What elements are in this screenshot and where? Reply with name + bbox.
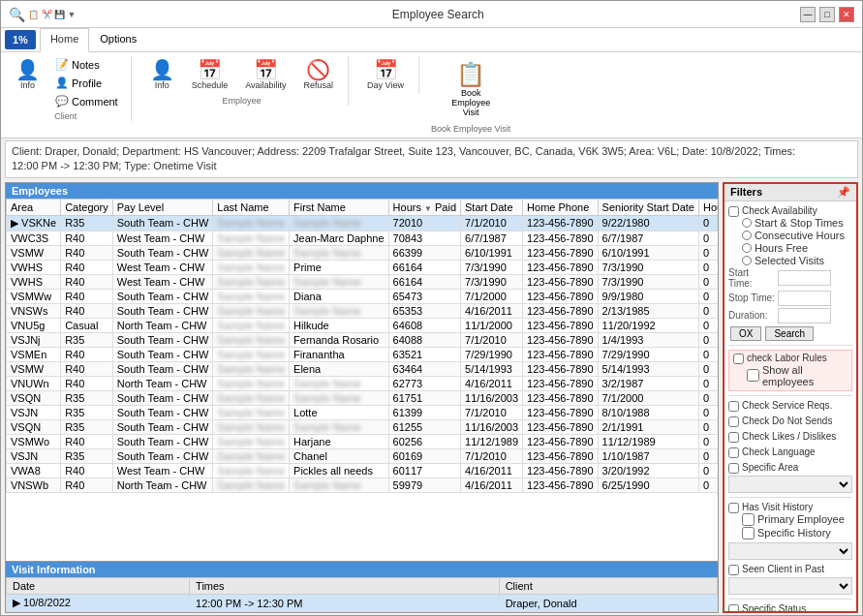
table-cell: 1/4/1993 — [598, 332, 698, 347]
col-last-name[interactable]: Last Name — [213, 199, 290, 215]
check-service-checkbox[interactable] — [728, 401, 739, 412]
specific-status-checkbox[interactable] — [728, 604, 739, 611]
minimize-button[interactable]: — — [800, 7, 816, 22]
table-row[interactable]: VSJNR35South Team - CHWSample NameChanel… — [7, 448, 719, 463]
book-employee-visit-button[interactable]: 📋 BookEmployeeVisit — [443, 56, 499, 122]
refusal-button[interactable]: 🚫 Refusal — [297, 56, 341, 94]
table-row[interactable]: VWHSR40West Team - CHWSample NameSample … — [7, 274, 719, 289]
table-row[interactable]: VWHSR40West Team - CHWSample NamePrime66… — [7, 260, 719, 274]
check-availability-checkbox[interactable] — [728, 206, 739, 217]
radio-selected-visits[interactable]: Selected Visits — [742, 255, 852, 266]
table-row[interactable]: VSMWR40South Team - CHWSample NameElena6… — [7, 361, 719, 376]
specific-area-dropdown[interactable] — [728, 476, 852, 493]
table-row[interactable]: VNUWnR40North Team - CHWSample NameSampl… — [7, 376, 719, 390]
tab-home[interactable]: Home — [40, 28, 89, 52]
table-cell: Diana — [290, 289, 389, 303]
col-start-date[interactable]: Start Date — [461, 199, 523, 215]
radio-hours-free[interactable]: Hours Free — [742, 242, 852, 254]
visit-history-dropdown[interactable] — [728, 542, 852, 560]
table-row[interactable]: VSJNjR35South Team - CHWSample NameFerna… — [7, 332, 719, 347]
table-row[interactable]: VNSWsR40South Team - CHWSample NameSampl… — [7, 303, 719, 318]
table-row[interactable]: VWA8R40West Team - CHWSample NamePickles… — [7, 463, 719, 477]
col-hours-worked[interactable]: Hours Worked — [698, 199, 718, 215]
search-button[interactable]: Search — [765, 326, 814, 341]
radio-start-stop-input[interactable] — [742, 218, 752, 228]
notes-button[interactable]: 📝 Notes — [50, 56, 123, 73]
visit-row[interactable]: ▶ 10/8/202212:00 PM -> 12:30 PMDraper, D… — [7, 595, 718, 612]
show-all-employees-text: Show all employees — [762, 364, 848, 387]
table-cell: Sample Name — [213, 245, 290, 260]
stop-time-label: Stop Time: — [728, 293, 775, 303]
employee-info-button[interactable]: 👤 Info — [143, 56, 181, 94]
table-row[interactable]: VNU5gCasualNorth Team - CHWSample NameHi… — [7, 318, 719, 332]
table-cell: 0 — [698, 231, 718, 245]
table-cell: Pickles all needs — [290, 463, 389, 477]
table-row[interactable]: VWC3SR40West Team - CHWSample NameJean-M… — [7, 231, 719, 245]
employee-schedule-button[interactable]: 📅 Schedule — [185, 56, 235, 94]
client-info-button[interactable]: 👤 Info — [9, 56, 46, 109]
specific-history-label[interactable]: Specific History — [742, 527, 852, 539]
table-cell: 0 — [698, 477, 718, 492]
table-cell: VSMW — [7, 361, 61, 376]
radio-selected-visits-input[interactable] — [742, 256, 752, 265]
table-cell: 0 — [698, 419, 718, 434]
availability-button[interactable]: 📅 Availability — [238, 56, 293, 94]
show-all-employees-checkbox[interactable] — [747, 369, 759, 382]
col-pay-level[interactable]: Pay Level — [112, 199, 213, 215]
table-row[interactable]: VSMWR40South Team - CHWSample NameSample… — [7, 245, 719, 260]
filter-row-start-time: Start Time: — [728, 267, 852, 289]
table-row[interactable]: VSQNR35South Team - CHWSample NameSample… — [7, 390, 719, 405]
ox-button[interactable]: OX — [730, 326, 761, 341]
day-view-button[interactable]: 📅 Day View — [360, 56, 411, 94]
filters-pin-icon[interactable]: 📌 — [837, 186, 850, 199]
primary-employee-checkbox[interactable] — [742, 513, 755, 526]
table-cell: 123-456-7890 — [523, 289, 599, 303]
check-labor-checkbox[interactable] — [733, 354, 744, 364]
show-all-employees-label[interactable]: Show all employees — [747, 364, 848, 387]
duration-input[interactable] — [778, 308, 831, 323]
tab-percent[interactable]: 1% — [5, 30, 36, 49]
radio-hours-free-input[interactable] — [742, 243, 752, 253]
col-hours-paid[interactable]: Hours ▼ Paid — [388, 199, 460, 215]
client-info-line1: Client: Draper, Donald; Department: HS V… — [12, 145, 795, 157]
has-visit-history-checkbox[interactable] — [728, 503, 739, 513]
notes-label: Notes — [72, 59, 100, 71]
visit-cell: Draper, Donald — [499, 595, 717, 612]
seen-client-dropdown[interactable] — [728, 577, 852, 595]
radio-consecutive[interactable]: Consecutive Hours — [742, 230, 852, 241]
maximize-button[interactable]: □ — [819, 7, 835, 22]
table-cell: VSMW — [7, 245, 61, 260]
check-language-checkbox[interactable] — [728, 447, 739, 458]
specific-history-checkbox[interactable] — [742, 527, 755, 539]
profile-button[interactable]: 👤 Profile — [50, 75, 123, 91]
comment-button[interactable]: 💬 Comment — [50, 93, 123, 109]
col-home-phone[interactable]: Home Phone — [523, 199, 599, 215]
table-row[interactable]: VSJNR35South Team - CHWSample NameLotte6… — [7, 405, 719, 419]
stop-time-input[interactable] — [778, 291, 831, 306]
radio-consecutive-input[interactable] — [742, 231, 752, 240]
table-cell: Sample Name — [213, 332, 290, 347]
radio-start-stop[interactable]: Start & Stop Times — [742, 217, 852, 229]
start-time-input[interactable] — [778, 270, 831, 286]
close-button[interactable]: ✕ — [839, 7, 854, 22]
table-row[interactable]: VSMWwR40South Team - CHWSample NameDiana… — [7, 289, 719, 303]
table-row[interactable]: VNSWbR40North Team - CHWSample NameSampl… — [7, 477, 719, 492]
col-first-name[interactable]: First Name — [290, 199, 389, 215]
col-area[interactable]: Area — [7, 199, 61, 215]
col-category[interactable]: Category — [61, 199, 113, 215]
specific-area-checkbox[interactable] — [728, 463, 739, 474]
table-row[interactable]: VSMWoR40South Team - CHWSample NameHarja… — [7, 434, 719, 448]
table-row[interactable]: VSMEnR40South Team - CHWSample NameFiran… — [7, 347, 719, 361]
primary-employee-label[interactable]: Primary Employee — [742, 513, 852, 526]
employees-table-container[interactable]: Area Category Pay Level Last Name First … — [6, 199, 718, 561]
col-seniority[interactable]: Seniority Start Date — [598, 199, 698, 215]
tab-options[interactable]: Options — [89, 28, 147, 52]
table-row[interactable]: ▶ VSKNeR35South Team - CHWSample NameSam… — [7, 215, 719, 231]
table-cell: 123-456-7890 — [523, 231, 599, 245]
seen-client-checkbox[interactable] — [728, 565, 739, 575]
check-likes-checkbox[interactable] — [728, 432, 739, 443]
filter-check-labor-rules: check Labor Rules Show all employees — [728, 350, 852, 391]
table-row[interactable]: VSQNR35South Team - CHWSample NameSample… — [7, 419, 719, 434]
check-dns-checkbox[interactable] — [728, 416, 739, 427]
table-cell: West Team - CHW — [112, 463, 213, 477]
